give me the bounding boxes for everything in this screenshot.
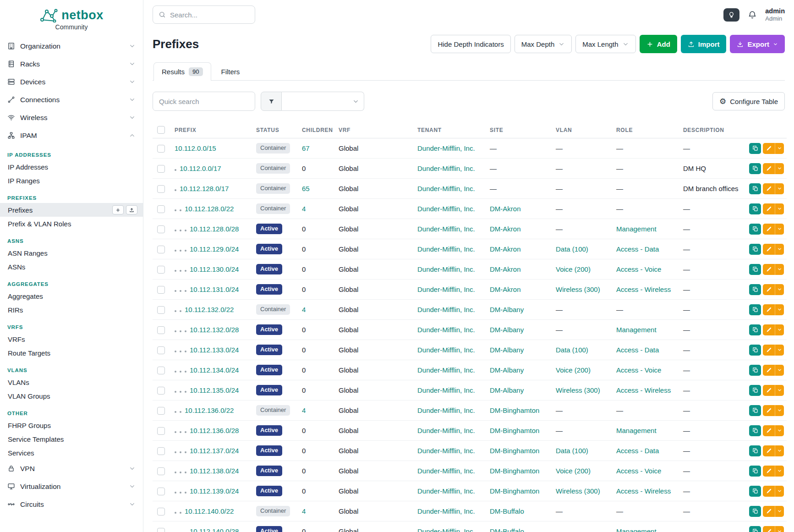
edit-button[interactable] [763,365,775,376]
prefix-link[interactable]: 10.112.133.0/24 [190,346,239,354]
clone-button[interactable] [749,385,761,396]
edit-button[interactable] [763,284,775,295]
edit-dropdown-button[interactable] [775,405,784,416]
tenant-link[interactable]: Dunder-Mifflin, Inc. [417,467,475,475]
sidebar-item-vpn[interactable]: VPN [0,460,143,477]
row-checkbox[interactable] [157,145,165,153]
prefix-link[interactable]: 10.112.131.0/24 [190,285,239,293]
row-checkbox[interactable] [157,205,165,213]
tab-filters[interactable]: Filters [213,62,248,81]
site-link[interactable]: DM-Binghamton [490,467,539,475]
prefix-link[interactable]: 10.112.128.0/22 [185,205,234,213]
select-all-checkbox[interactable] [157,126,165,134]
edit-dropdown-button[interactable] [775,183,784,194]
prefix-link[interactable]: 10.112.0.0/17 [180,165,221,172]
row-checkbox[interactable] [157,407,165,415]
clone-button[interactable] [749,224,761,235]
edit-dropdown-button[interactable] [775,304,784,315]
prefix-link[interactable]: 10.112.132.0/28 [190,326,239,334]
children-count-link[interactable]: 4 [302,406,306,414]
edit-dropdown-button[interactable] [775,365,784,376]
edit-dropdown-button[interactable] [775,486,784,497]
sidebar-item-racks[interactable]: Racks [0,55,143,73]
hide-depth-indicators-button[interactable]: Hide Depth Indicators [431,35,510,53]
column-header-description[interactable]: DESCRIPTION [679,122,745,138]
tenant-link[interactable]: Dunder-Mifflin, Inc. [417,144,475,152]
sidebar-item-services[interactable]: Services [0,446,143,460]
prefix-link[interactable]: 10.112.136.0/22 [185,406,234,414]
tenant-link[interactable]: Dunder-Mifflin, Inc. [417,165,475,172]
row-checkbox[interactable] [157,488,165,495]
max-length-dropdown[interactable]: Max Length [575,35,635,53]
prefix-link[interactable]: 10.112.136.0/28 [190,427,239,434]
edit-button[interactable] [763,466,775,477]
role-link[interactable]: Management [616,326,657,334]
edit-dropdown-button[interactable] [775,385,784,396]
edit-button[interactable] [763,163,775,174]
configure-table-button[interactable]: ⚙ Configure Table [712,92,785,110]
site-link[interactable]: DM-Albany [490,326,524,334]
vlan-link[interactable]: Wireless (300) [556,487,600,495]
row-checkbox[interactable] [157,326,165,334]
role-link[interactable]: Access - Wireless [616,285,671,293]
vlan-link[interactable]: Voice (200) [556,366,591,374]
row-checkbox[interactable] [157,528,165,532]
sidebar-item-prefixes[interactable]: Prefixes [0,203,143,217]
site-link[interactable]: DM-Binghamton [490,447,539,455]
tenant-link[interactable]: Dunder-Mifflin, Inc. [417,265,475,273]
edit-button[interactable] [763,244,775,255]
prefix-link[interactable]: 10.112.139.0/24 [190,487,239,495]
site-link[interactable]: DM-Buffalo [490,507,524,515]
tenant-link[interactable]: Dunder-Mifflin, Inc. [417,386,475,394]
tenant-link[interactable]: Dunder-Mifflin, Inc. [417,427,475,434]
row-checkbox[interactable] [157,246,165,253]
site-link[interactable]: DM-Akron [490,205,521,213]
site-link[interactable]: DM-Binghamton [490,487,539,495]
children-count-link[interactable]: 67 [302,144,310,152]
column-header-role[interactable]: ROLE [612,122,679,138]
role-link[interactable]: Management [616,527,657,532]
sidebar-item-organization[interactable]: Organization [0,37,143,55]
site-link[interactable]: DM-Albany [490,386,524,394]
quick-import-button[interactable] [126,205,137,214]
clone-button[interactable] [749,143,761,154]
add-button[interactable]: Add [640,35,677,53]
tenant-link[interactable]: Dunder-Mifflin, Inc. [417,487,475,495]
edit-button[interactable] [763,143,775,154]
site-link[interactable]: DM-Akron [490,265,521,273]
prefix-link[interactable]: 10.112.135.0/24 [190,386,239,394]
row-checkbox[interactable] [157,508,165,516]
theme-toggle-button[interactable] [723,8,739,22]
children-count-link[interactable]: 4 [302,205,306,213]
row-checkbox[interactable] [157,346,165,354]
row-checkbox[interactable] [157,306,165,314]
clone-button[interactable] [749,365,761,376]
edit-dropdown-button[interactable] [775,425,784,436]
tenant-link[interactable]: Dunder-Mifflin, Inc. [417,447,475,455]
row-checkbox[interactable] [157,266,165,274]
edit-button[interactable] [763,445,775,456]
edit-dropdown-button[interactable] [775,224,784,235]
sidebar-item-vlan-groups[interactable]: VLAN Groups [0,389,143,403]
global-search-input[interactable] [170,11,249,19]
children-count-link[interactable]: 65 [302,185,310,192]
column-header-children[interactable]: CHILDREN [297,122,334,138]
prefix-link[interactable]: 10.112.140.0/22 [185,507,234,515]
edit-dropdown-button[interactable] [775,244,784,255]
children-count-link[interactable]: 4 [302,507,306,515]
column-header-vlan[interactable]: VLAN [551,122,612,138]
prefix-link[interactable]: 10.112.129.0/24 [190,245,239,253]
clone-button[interactable] [749,486,761,497]
edit-dropdown-button[interactable] [775,445,784,456]
clone-button[interactable] [749,425,761,436]
edit-dropdown-button[interactable] [775,345,784,356]
column-header-site[interactable]: SITE [485,122,551,138]
prefix-link[interactable]: 10.112.138.0/24 [190,467,239,475]
site-link[interactable]: DM-Akron [490,245,521,253]
edit-dropdown-button[interactable] [775,506,784,517]
tenant-link[interactable]: Dunder-Mifflin, Inc. [417,346,475,354]
vlan-link[interactable]: Voice (200) [556,265,591,273]
sidebar-item-aggregates[interactable]: Aggregates [0,289,143,303]
clone-button[interactable] [749,244,761,255]
edit-dropdown-button[interactable] [775,143,784,154]
